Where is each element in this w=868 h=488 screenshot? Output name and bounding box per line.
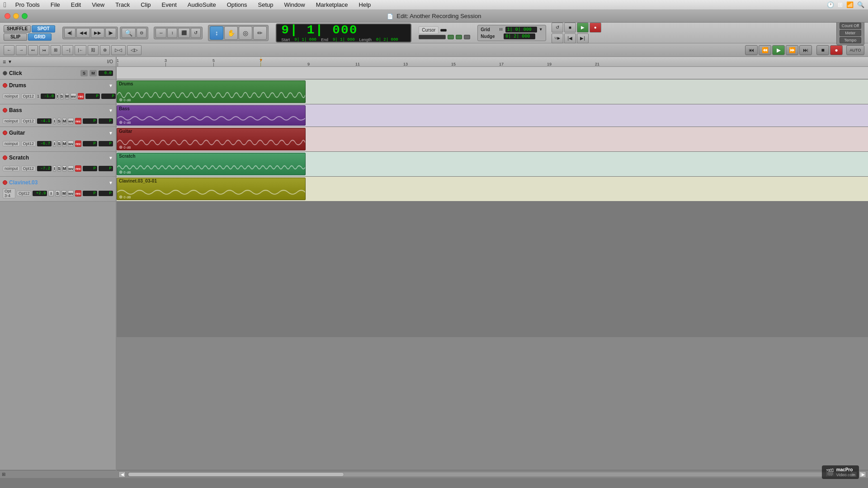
click-solo-btn[interactable]: M — [90, 70, 97, 76]
bass-s2-btn[interactable]: M — [62, 118, 67, 124]
play-main[interactable]: ▶ — [772, 45, 785, 55]
menu-file[interactable]: File — [49, 0, 62, 9]
drums-wv-btn[interactable]: wv — [71, 93, 76, 99]
menu-window[interactable]: Window — [283, 0, 307, 9]
scroll-thumb[interactable] — [128, 472, 344, 477]
count-off-button[interactable]: Count Off — [840, 23, 861, 29]
fast-fwd-main[interactable]: ⏩ — [786, 45, 798, 55]
apple-menu[interactable]:  — [4, 1, 6, 9]
scratch-mute-btn[interactable]: I — [53, 165, 56, 172]
guitar-red-btn[interactable]: rec — [75, 141, 81, 147]
bass-dropdown[interactable]: ▼ — [108, 108, 113, 113]
drums-mute-btn[interactable]: I — [57, 93, 59, 99]
scratch-red-btn[interactable]: rec — [75, 165, 81, 172]
contract-button[interactable]: ↕ — [167, 28, 177, 38]
scroll-track[interactable] — [127, 472, 848, 477]
step-back-button[interactable]: ← — [4, 45, 14, 55]
grid-dropdown-icon[interactable]: ▼ — [539, 27, 543, 32]
drums-clip[interactable]: Drums ⊕ 0 dB — [117, 80, 306, 103]
guitar-mute-btn[interactable]: I — [53, 141, 56, 147]
spotlight-icon[interactable]: 🔍 — [857, 1, 864, 8]
menu-event[interactable]: Event — [160, 0, 179, 9]
click-mute-btn[interactable]: S — [80, 70, 88, 76]
fast-rewind-main[interactable]: ⏪ — [759, 45, 771, 55]
select-all-button[interactable]: ⊞ — [51, 45, 61, 55]
drums-solo-btn[interactable]: S — [60, 93, 64, 99]
selector-tool[interactable]: ↕ — [210, 26, 223, 40]
clavinet-red-btn[interactable]: rec — [75, 190, 81, 197]
drums-dropdown[interactable]: ▼ — [108, 83, 113, 88]
bass-solo-btn[interactable]: S — [57, 118, 61, 124]
forward-button[interactable]: ▶▶ — [91, 28, 104, 38]
menu-setup[interactable]: Setup — [256, 0, 275, 9]
bass-mute-btn[interactable]: I — [53, 118, 56, 124]
cut-button[interactable]: ▷◁ — [111, 45, 126, 55]
scroll-left-button[interactable]: ◀ — [118, 471, 126, 478]
scratch-solo-btn[interactable]: S — [57, 165, 61, 172]
stop-button[interactable]: ■ — [564, 23, 576, 33]
clavinet-s2-btn[interactable]: M — [61, 190, 66, 197]
drums-s2-btn[interactable]: M — [65, 93, 70, 99]
loop-playback-button[interactable]: ↺ — [552, 23, 563, 33]
guitar-dropdown[interactable]: ▼ — [108, 131, 113, 136]
spot-button[interactable]: SPOT — [32, 25, 55, 33]
rec-button[interactable]: ● — [590, 23, 601, 33]
guitar-s2-btn[interactable]: M — [62, 141, 67, 147]
zoom-out-button[interactable]: ⊖ — [137, 28, 146, 38]
menu-options[interactable]: Options — [225, 0, 249, 9]
maximize-button[interactable] — [22, 13, 28, 19]
menu-edit[interactable]: Edit — [69, 0, 83, 9]
grabber-tool[interactable]: ✋ — [224, 26, 238, 40]
clavinet-solo-btn[interactable]: S — [55, 190, 60, 197]
link-button[interactable]: ⛓ — [88, 45, 99, 55]
drums-red-btn[interactable]: rec — [78, 93, 84, 99]
grid-button[interactable]: GRID — [28, 33, 52, 41]
tempo-button[interactable]: Tempo — [840, 37, 861, 43]
snap-button[interactable]: ◁▷ — [127, 45, 142, 55]
tab-to-trans-button[interactable]: →| — [62, 45, 73, 55]
menu-view[interactable]: View — [90, 0, 106, 9]
next-bar-button[interactable]: |▶ — [105, 28, 117, 38]
set-out-button[interactable]: ↦ — [39, 45, 49, 55]
bass-red-btn[interactable]: rec — [75, 118, 81, 124]
scratch-dropdown[interactable]: ▼ — [108, 155, 113, 160]
track-sort-icon[interactable]: ▼ — [8, 59, 12, 64]
clavinet-mute-btn[interactable]: I — [48, 190, 53, 197]
scratch-s2-btn[interactable]: M — [62, 165, 67, 172]
rewind-main[interactable]: ⏮ — [745, 45, 758, 55]
meter-button[interactable]: Meter — [840, 30, 861, 36]
post-roll-button[interactable]: ▶| — [577, 33, 589, 43]
scratch-wv-btn[interactable]: wv — [68, 165, 74, 172]
pre-roll-button[interactable]: |◀ — [564, 33, 576, 43]
back-tab-button[interactable]: |← — [75, 45, 86, 55]
zoom-in-button[interactable]: 🔍 — [122, 28, 136, 38]
prev-bar-button[interactable]: ◀| — [64, 28, 75, 38]
menu-help[interactable]: Help — [357, 0, 373, 9]
clavinet-wv-btn[interactable]: wv — [68, 190, 74, 197]
guitar-clip[interactable]: Guitar ⊕ 0 dB — [117, 128, 306, 150]
half-speed-button[interactable]: ½▶ — [552, 33, 563, 43]
step-fwd-button[interactable]: → — [16, 45, 27, 55]
scrub-tool[interactable]: ◎ — [239, 26, 252, 40]
set-in-button[interactable]: ↤ — [28, 45, 38, 55]
h-scrollbar[interactable]: ◀ ▶ |▶ — [117, 470, 868, 478]
next-main[interactable]: ⏭ — [799, 45, 812, 55]
record-main[interactable]: ● — [830, 45, 843, 55]
menu-pro-tools[interactable]: Pro Tools — [14, 0, 42, 9]
menu-marketplace[interactable]: Marketplace — [314, 0, 350, 9]
close-button[interactable] — [5, 13, 10, 19]
scratch-clip[interactable]: Scratch ⊕ 0 dB — [117, 153, 306, 175]
guitar-wv-btn[interactable]: wv — [68, 141, 74, 147]
slip-button[interactable]: SLIP — [4, 33, 27, 41]
shuffle-button[interactable]: SHUFFLE — [4, 25, 31, 33]
expand-button[interactable]: ↔ — [156, 28, 166, 38]
clavinet-dropdown[interactable]: ▼ — [108, 180, 113, 185]
menu-audiosuite[interactable]: AudioSuite — [186, 0, 218, 9]
master-fader[interactable]: AUTO — [846, 45, 864, 55]
play-button[interactable]: ▶ — [577, 23, 589, 33]
mirror-button[interactable]: ⊛ — [100, 45, 110, 55]
align-button[interactable]: ⬛ — [178, 28, 190, 38]
clavinet-clip[interactable]: Clavinet.03_03-01 ⊕ 0 dB — [117, 178, 306, 200]
guitar-solo-btn[interactable]: S — [57, 141, 61, 147]
minimize-button[interactable] — [13, 13, 19, 19]
